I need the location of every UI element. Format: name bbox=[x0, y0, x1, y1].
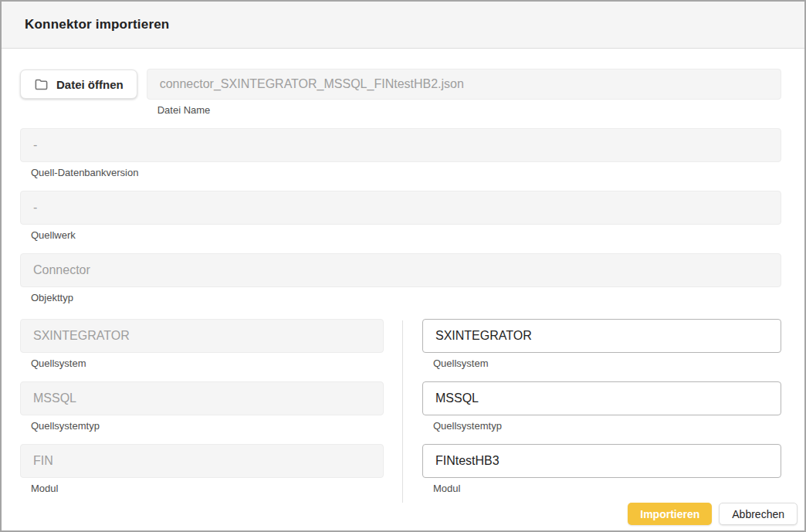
dialog-footer: Importieren Abbrechen bbox=[2, 503, 804, 530]
source-plant-input bbox=[20, 191, 781, 225]
dialog-header: Konnektor importieren bbox=[2, 2, 804, 49]
source-column: Quellsystem Quellsystemtyp Modul bbox=[20, 319, 384, 503]
file-name-field-group: Datei Name bbox=[147, 69, 781, 116]
source-system-type-label: Quellsystemtyp bbox=[31, 421, 384, 432]
object-type-input bbox=[20, 253, 781, 287]
page-title: Konnektor importieren bbox=[25, 17, 169, 32]
target-column: Quellsystem Quellsystemtyp Modul bbox=[422, 319, 781, 503]
source-system-label: Quellsystem bbox=[31, 358, 384, 369]
source-db-version-input bbox=[20, 128, 781, 162]
source-module-label: Modul bbox=[31, 483, 384, 494]
target-system-type-field-group: Quellsystemtyp bbox=[422, 381, 781, 432]
source-system-input bbox=[20, 319, 384, 353]
cancel-button[interactable]: Abbrechen bbox=[719, 503, 798, 525]
file-name-input bbox=[147, 69, 781, 100]
target-module-label: Modul bbox=[433, 483, 781, 494]
dialog-body: Datei öffnen Datei Name Quell-Datenbankv… bbox=[2, 49, 804, 503]
target-module-input[interactable] bbox=[422, 444, 781, 478]
source-plant-label: Quellwerk bbox=[31, 230, 781, 241]
target-system-type-input[interactable] bbox=[422, 381, 781, 415]
target-system-input[interactable] bbox=[422, 319, 781, 353]
folder-icon bbox=[34, 77, 49, 92]
file-name-label: Datei Name bbox=[157, 105, 781, 116]
open-file-button-label: Datei öffnen bbox=[56, 78, 124, 91]
target-system-label: Quellsystem bbox=[433, 358, 781, 369]
file-row: Datei öffnen Datei Name bbox=[20, 69, 781, 116]
object-type-label: Objekttyp bbox=[31, 293, 781, 303]
target-system-field-group: Quellsystem bbox=[422, 319, 781, 369]
vertical-divider bbox=[402, 320, 403, 503]
source-db-version-label: Quell-Datenbankversion bbox=[31, 168, 781, 178]
import-connector-dialog: Konnektor importieren Datei öffnen Datei… bbox=[0, 0, 806, 532]
object-type-field-group: Objekttyp bbox=[20, 253, 781, 303]
source-db-version-field-group: Quell-Datenbankversion bbox=[20, 128, 781, 178]
target-module-field-group: Modul bbox=[422, 444, 781, 494]
source-module-field-group: Modul bbox=[20, 444, 384, 494]
source-system-type-input bbox=[20, 381, 384, 415]
target-system-type-label: Quellsystemtyp bbox=[433, 421, 781, 432]
source-module-input bbox=[20, 444, 384, 478]
open-file-button[interactable]: Datei öffnen bbox=[20, 69, 137, 99]
source-system-type-field-group: Quellsystemtyp bbox=[20, 381, 384, 432]
import-button[interactable]: Importieren bbox=[628, 503, 712, 525]
source-plant-field-group: Quellwerk bbox=[20, 191, 781, 241]
two-column-section: Quellsystem Quellsystemtyp Modul Quellsy… bbox=[20, 319, 781, 503]
source-system-field-group: Quellsystem bbox=[20, 319, 384, 369]
